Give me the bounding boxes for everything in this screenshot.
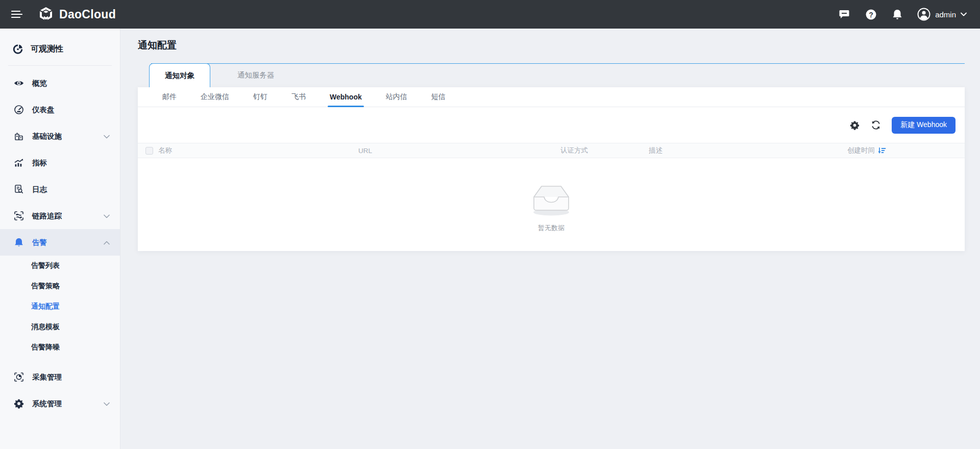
avatar-icon — [917, 8, 930, 21]
sidebar: 可观测性 概览 仪表盘 — [0, 29, 120, 449]
main-content: 通知配置 通知对象 通知服务器 邮件 企业微信 钉钉 飞书 Webhook 站内… — [120, 29, 980, 449]
sidebar-item-label: 概览 — [32, 79, 47, 88]
chat-icon — [839, 9, 850, 20]
channel-tab-email[interactable]: 邮件 — [162, 87, 177, 107]
sort-descending-icon[interactable] — [877, 147, 886, 155]
gear-icon — [14, 398, 24, 409]
alert-bell-icon — [14, 237, 24, 247]
sidebar-item-system[interactable]: 系统管理 — [0, 390, 120, 417]
brand-logo[interactable]: DaoCloud — [38, 6, 116, 22]
top-navbar: DaoCloud ? a — [0, 0, 980, 29]
notifications-button[interactable] — [891, 8, 904, 21]
sidebar-item-dashboard[interactable]: 仪表盘 — [0, 96, 120, 123]
channel-tab-sms[interactable]: 短信 — [431, 87, 446, 107]
gauge-icon — [14, 105, 24, 115]
channel-tab-label: 钉钉 — [253, 92, 267, 102]
channel-tab-feishu[interactable]: 飞书 — [291, 87, 306, 107]
channel-tab-webhook[interactable]: Webhook — [330, 87, 362, 107]
column-header-auth: 认证方式 — [560, 146, 649, 155]
select-all-checkbox[interactable] — [145, 147, 153, 155]
chevron-down-icon — [104, 132, 110, 140]
content-card: 邮件 企业微信 钉钉 飞书 Webhook 站内信 短信 — [138, 87, 965, 251]
brand-name: DaoCloud — [59, 8, 116, 21]
chevron-down-icon — [104, 212, 110, 220]
gear-icon — [850, 120, 860, 130]
column-header-description: 描述 — [649, 146, 847, 155]
user-name: admin — [935, 10, 956, 19]
tab-label: 通知服务器 — [237, 70, 275, 80]
sidebar-subitem-label: 消息模板 — [31, 322, 60, 332]
sidebar-item-alerts[interactable]: 告警 — [0, 229, 120, 256]
sidebar-item-label: 系统管理 — [32, 399, 62, 409]
menu-toggle-button[interactable] — [9, 7, 24, 22]
sidebar-subitem-label: 告警降噪 — [31, 343, 60, 352]
channel-tab-label: 站内信 — [386, 92, 407, 102]
bell-icon — [892, 9, 903, 20]
empty-state: 暂无数据 — [138, 158, 965, 251]
svg-text:?: ? — [869, 10, 873, 18]
channel-tab-label: 飞书 — [291, 92, 306, 102]
sidebar-title: 可观测性 — [0, 35, 120, 63]
table-toolbar: 新建 Webhook — [138, 107, 965, 143]
sidebar-item-tracing[interactable]: 链路追踪 — [0, 203, 120, 229]
sidebar-subitem-label: 告警策略 — [31, 282, 60, 291]
sidebar-title-label: 可观测性 — [31, 44, 63, 55]
tab-label: 通知对象 — [165, 71, 194, 81]
channel-tab-sitemsg[interactable]: 站内信 — [386, 87, 407, 107]
page-title: 通知配置 — [138, 39, 965, 52]
tab-notification-server[interactable]: 通知服务器 — [222, 63, 290, 87]
sidebar-item-label: 指标 — [32, 158, 47, 168]
sidebar-item-label: 基础设施 — [32, 132, 62, 141]
sidebar-item-metrics[interactable]: 指标 — [0, 149, 120, 176]
log-search-icon — [14, 184, 24, 194]
help-button[interactable]: ? — [864, 8, 877, 21]
messages-button[interactable] — [838, 8, 851, 21]
chevron-down-icon — [961, 12, 967, 16]
tab-notification-targets[interactable]: 通知对象 — [149, 63, 210, 87]
column-settings-button[interactable] — [849, 119, 860, 131]
channel-tab-label: 企业微信 — [201, 92, 229, 102]
column-header-name: 名称 — [158, 146, 358, 155]
chevron-up-icon — [104, 238, 110, 246]
channel-tab-label: Webhook — [330, 93, 362, 101]
channel-tabs: 邮件 企业微信 钉钉 飞书 Webhook 站内信 短信 — [138, 87, 965, 107]
sidebar-subitem-alert-policy[interactable]: 告警策略 — [0, 276, 120, 296]
sidebar-subitem-notification-config[interactable]: 通知配置 — [0, 296, 120, 317]
empty-inbox-icon — [526, 180, 577, 217]
sidebar-item-label: 链路追踪 — [32, 211, 62, 221]
sidebar-divider — [8, 65, 112, 66]
observability-icon — [13, 44, 23, 54]
sidebar-item-overview[interactable]: 概览 — [0, 70, 120, 96]
channel-tab-label: 邮件 — [162, 92, 177, 102]
create-webhook-button[interactable]: 新建 Webhook — [892, 117, 955, 134]
primary-tabs: 通知对象 通知服务器 — [138, 63, 965, 87]
refresh-button[interactable] — [870, 119, 881, 131]
sidebar-item-label: 采集管理 — [32, 372, 62, 382]
channel-tab-wecom[interactable]: 企业微信 — [201, 87, 229, 107]
help-icon: ? — [865, 9, 877, 20]
empty-state-text: 暂无数据 — [138, 223, 965, 233]
collection-icon — [14, 372, 24, 382]
sidebar-item-label: 日志 — [32, 185, 47, 194]
trace-icon — [14, 211, 24, 221]
sidebar-subitem-alert-silence[interactable]: 告警降噪 — [0, 337, 120, 358]
table-header: 名称 URL 认证方式 描述 创建时间 — [138, 143, 965, 158]
infrastructure-icon — [14, 131, 24, 141]
chevron-down-icon — [104, 400, 110, 408]
column-header-url: URL — [358, 147, 560, 155]
channel-tab-dingtalk[interactable]: 钉钉 — [253, 87, 267, 107]
daocloud-logo-icon — [38, 6, 54, 22]
user-menu[interactable]: admin — [917, 8, 967, 21]
sidebar-subitem-message-template[interactable]: 消息模板 — [0, 317, 120, 337]
sidebar-item-collection[interactable]: 采集管理 — [0, 364, 120, 390]
column-header-created-at: 创建时间 — [847, 146, 875, 155]
sidebar-subitem-alert-list[interactable]: 告警列表 — [0, 256, 120, 276]
sidebar-item-infrastructure[interactable]: 基础设施 — [0, 123, 120, 149]
sidebar-item-label: 告警 — [32, 238, 47, 247]
hamburger-icon — [11, 10, 22, 18]
sidebar-subitem-label: 告警列表 — [31, 261, 60, 270]
sidebar-subitem-label: 通知配置 — [31, 302, 60, 311]
metrics-chart-icon — [14, 158, 24, 168]
sidebar-item-logs[interactable]: 日志 — [0, 176, 120, 203]
eye-icon — [14, 78, 24, 88]
